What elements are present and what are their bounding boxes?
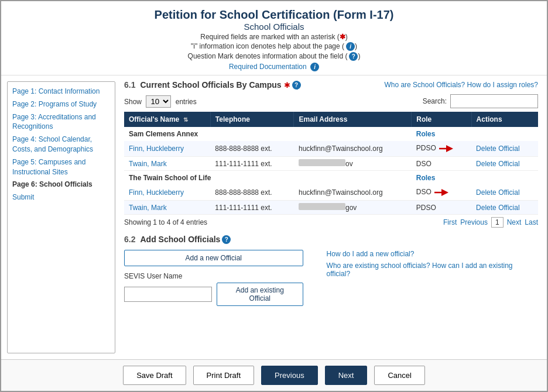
phone-cell: 888-888-8888 ext. (210, 141, 294, 157)
table-row: Finn, Huckleberry 888-888-8888 ext. huck… (124, 141, 538, 157)
role-cell: PDSO (412, 141, 471, 157)
table-row: Twain, Mark 111-111-1111 ext. gov PDSO D… (124, 201, 538, 215)
svg-marker-3 (441, 189, 448, 196)
req-doc-info-icon[interactable]: i (310, 63, 319, 71)
save-draft-button[interactable]: Save Draft (123, 366, 186, 385)
pagination-page: 1 (491, 217, 504, 228)
sevis-label: SEVIS User Name (124, 272, 303, 280)
sort-icon-name[interactable]: ⇅ (183, 116, 188, 123)
bottom-bar: Save Draft Print Draft Previous Next Can… (1, 359, 547, 391)
email-cell-redacted: ov (294, 157, 412, 171)
table-controls: Show 10 25 50 entries Search: (124, 94, 538, 108)
delete-official-link[interactable]: Delete Official (476, 160, 519, 168)
sidebar-item-calendar[interactable]: Page 4: School Calendar, Costs, and Demo… (12, 135, 110, 154)
search-box: Search: (423, 94, 538, 108)
sevis-section: SEVIS User Name Add an existing Official (124, 272, 303, 306)
sidebar-item-submit[interactable]: Submit (12, 192, 110, 202)
phone-cell: 111-111-1111 ext. (210, 201, 294, 215)
section-62-num: 6.2 (124, 235, 135, 244)
search-label: Search: (423, 97, 447, 105)
official-name-link[interactable]: Twain, Mark (129, 160, 167, 168)
info-line1: Required fields are marked with an aster… (13, 33, 535, 41)
pagination-first[interactable]: First (443, 218, 457, 226)
sidebar: Page 1: Contact Information Page 2: Prog… (7, 81, 115, 353)
email-cell: huckfinn@Twainschool.org (294, 141, 412, 157)
sevis-username-input[interactable] (124, 287, 212, 302)
sidebar-item-accreditations[interactable]: Page 3: Accreditations and Recognitions (12, 112, 110, 132)
info-line3: Question Mark denotes information about … (13, 52, 535, 61)
how-to-add-link[interactable]: How do I add a new official? (327, 250, 538, 258)
email-cell-redacted: gov (294, 201, 412, 215)
next-button[interactable]: Next (325, 366, 368, 385)
sidebar-item-officials[interactable]: Page 6: School Officials (12, 180, 110, 190)
who-are-officials-link[interactable]: Who are School Officials? How do I assig… (384, 81, 538, 89)
add-existing-official-button[interactable]: Add an existing Official (217, 283, 303, 306)
add-new-official-button[interactable]: Add a new Official (124, 250, 303, 266)
delete-official-link[interactable]: Delete Official (476, 204, 519, 212)
red-arrow-icon-1 (438, 143, 454, 154)
phone-cell: 111-111-1111 ext. (210, 157, 294, 171)
roles-link-1[interactable]: Roles (412, 127, 471, 141)
phone-cell: 888-888-8888 ext. (210, 185, 294, 201)
col-role: Role (412, 112, 471, 127)
svg-marker-1 (446, 145, 453, 152)
info-icon-example: i (346, 42, 355, 51)
section-61-header: 6.1 Current School Officials By Campus ✱… (124, 80, 538, 90)
pagination-next[interactable]: Next (507, 218, 522, 226)
search-input[interactable] (450, 94, 538, 108)
delete-official-link[interactable]: Delete Official (476, 188, 519, 197)
role-cell: PDSO (412, 201, 471, 215)
pagination: First Previous 1 Next Last (443, 217, 538, 228)
content-area: 6.1 Current School Officials By Campus ✱… (121, 75, 547, 359)
red-arrow-icon-2 (433, 187, 450, 198)
col-name: Official's Name ⇅ (124, 112, 210, 127)
cancel-button[interactable]: Cancel (374, 366, 424, 385)
question-icon-example: ? (349, 52, 358, 61)
page-subtitle: School Officials (13, 22, 535, 32)
col-actions: Actions (471, 112, 538, 127)
sidebar-item-contact[interactable]: Page 1: Contact Information (12, 87, 110, 97)
official-name-link[interactable]: Finn, Huckleberry (129, 145, 184, 153)
pagination-previous[interactable]: Previous (460, 218, 488, 226)
section-61-title: Current School Officials By Campus (140, 80, 281, 90)
existing-officials-link[interactable]: Who are existing school officials? How c… (327, 262, 538, 278)
delete-official-link[interactable]: Delete Official (476, 145, 519, 153)
entries-select[interactable]: 10 25 50 (146, 95, 171, 108)
info-line2: "i" information icon denotes help about … (13, 42, 535, 51)
required-star: ✱ (284, 81, 290, 90)
showing-entries: Showing 1 to 4 of 4 entries (124, 218, 207, 226)
add-left-column: Add a new Official SEVIS User Name Add a… (124, 250, 303, 306)
table-row: Finn, Huckleberry 888-888-8888 ext. huck… (124, 185, 538, 201)
add-right-column: How do I add a new official? Who are exi… (327, 250, 538, 278)
campus-row-sam-clemens: Sam Clemens Annex Roles (124, 127, 538, 141)
sidebar-item-programs[interactable]: Page 2: Programs of Study (12, 99, 110, 109)
col-phone: Telephone (210, 112, 294, 127)
officials-table: Official's Name ⇅ Telephone Email Addres… (124, 112, 538, 215)
role-cell: DSO (412, 185, 471, 201)
campus-name-2: The Twain School of Life (129, 174, 211, 182)
section-62: 6.2 Add School Officials ? Add a new Off… (124, 235, 538, 306)
sidebar-item-campuses[interactable]: Page 5: Campuses and Instructional Sites (12, 157, 110, 177)
table-row: Twain, Mark 111-111-1111 ext. ov DSO Del… (124, 157, 538, 171)
email-cell: huckfinn@Twainschool.org (294, 185, 412, 201)
official-name-link[interactable]: Twain, Mark (129, 204, 167, 212)
sevis-input-row: Add an existing Official (124, 283, 303, 306)
official-name-link[interactable]: Finn, Huckleberry (129, 188, 184, 197)
section-62-header: 6.2 Add School Officials ? (124, 235, 538, 244)
section-62-help-icon[interactable]: ? (222, 235, 231, 244)
section-61-help-icon[interactable]: ? (292, 81, 301, 90)
campus-name-1: Sam Clemens Annex (129, 130, 198, 138)
role-cell: DSO (412, 157, 471, 171)
show-entries: Show 10 25 50 entries (124, 95, 197, 108)
page-title: Petition for School Certification (Form … (13, 8, 535, 22)
required-documentation-link[interactable]: Required Documentation i (13, 63, 535, 71)
campus-row-twain: The Twain School of Life Roles (124, 171, 538, 185)
previous-button[interactable]: Previous (261, 366, 318, 385)
pagination-last[interactable]: Last (525, 218, 538, 226)
section-61-num: 6.1 (124, 80, 135, 90)
print-draft-button[interactable]: Print Draft (193, 366, 255, 385)
col-email: Email Address (294, 112, 412, 127)
roles-link-2[interactable]: Roles (412, 171, 471, 185)
table-footer: Showing 1 to 4 of 4 entries First Previo… (124, 217, 538, 228)
add-officials-row: Add a new Official SEVIS User Name Add a… (124, 250, 538, 306)
